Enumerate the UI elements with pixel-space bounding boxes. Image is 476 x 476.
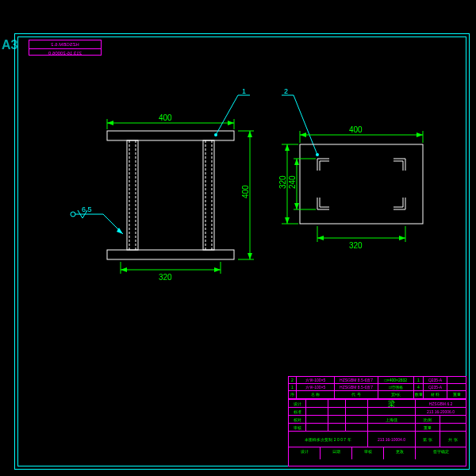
svg-rect-33 [300,144,423,224]
title-block: 设计 梁 HZSGBM.6.2 标准 213.16-20006.0 校对 上海佳… [288,399,466,466]
svg-marker-42 [317,236,324,240]
svg-marker-11 [107,121,113,125]
svg-marker-43 [399,236,405,240]
svg-marker-12 [228,121,234,125]
dim-bottom-left: 320 [159,273,172,282]
leader-1: 1 [242,87,246,95]
bom-row: 1 方管-100×5 HZSGBM 8.5-6直7 □增强格 4 Q235-A [289,384,466,391]
svg-marker-16 [121,267,127,272]
weld-symbol: 6.5 [71,205,123,234]
svg-point-32 [316,153,319,156]
dim-height-left: 400 [241,185,250,198]
svg-rect-1 [107,250,234,259]
weld-size: 6.5 [82,205,92,213]
svg-marker-22 [248,253,252,259]
part-title: 梁 [368,400,416,407]
svg-marker-38 [416,132,423,137]
dim-h2-right: 240 [288,175,297,189]
leader-2: 2 [284,87,288,95]
svg-marker-46 [285,217,290,224]
bom-table: 2 方管-100×5 HZSGBM 8.5-6直7 □×400×2832 1 Q… [288,376,466,399]
svg-marker-45 [285,144,290,151]
svg-marker-21 [248,131,252,137]
svg-marker-37 [300,132,306,137]
dim-bottom-right: 320 [349,241,363,250]
svg-rect-3 [203,140,214,250]
dim-top-left: 400 [159,113,172,122]
svg-marker-49 [294,203,299,209]
svg-line-30 [294,95,317,155]
dim-h1-right: 320 [278,175,287,189]
dim-top-right: 400 [349,125,363,134]
svg-marker-17 [214,267,221,272]
svg-rect-2 [127,140,138,250]
top-view [300,144,423,224]
svg-marker-48 [294,159,299,165]
bom-row: 2 方管-100×5 HZSGBM 8.5-6直7 □×400×2832 1 Q… [289,377,466,384]
svg-point-26 [71,212,75,217]
bom-header: 序号 名 称 代 号 宽×长 数量 材 料 重量 [289,391,466,398]
svg-line-27 [216,95,238,135]
svg-point-29 [214,133,217,136]
front-view [107,131,234,259]
